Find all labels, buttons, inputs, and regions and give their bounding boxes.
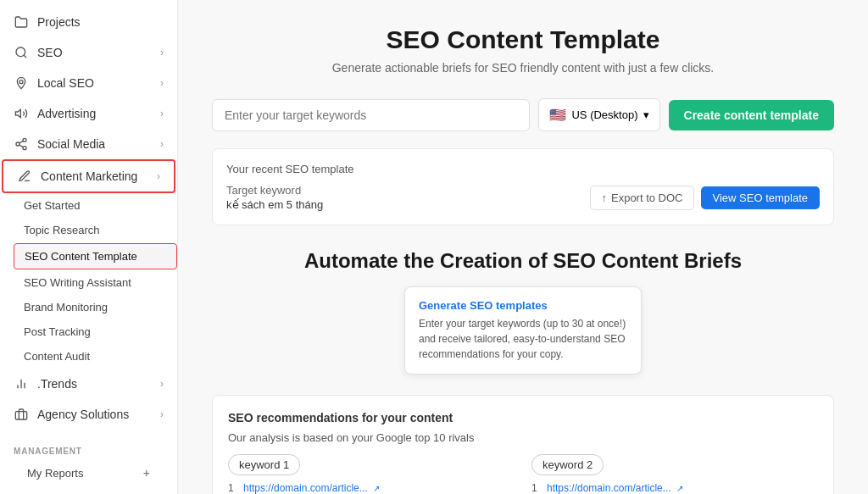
svg-point-0 bbox=[16, 47, 25, 57]
target-keyword-value: kế sách em 5 tháng bbox=[226, 198, 323, 211]
submenu-item-seo-content-template[interactable]: SEO Content Template bbox=[14, 243, 177, 269]
sidebar: Projects SEO › Local SEO › Advertising › bbox=[0, 0, 178, 494]
external-link-icon-3: ↗ bbox=[676, 484, 683, 493]
chevron-icon: › bbox=[160, 108, 164, 119]
chevron-icon: › bbox=[160, 408, 164, 420]
sidebar-item-label: .Trends bbox=[37, 377, 152, 391]
country-label: US (Desktop) bbox=[571, 108, 637, 121]
content-marketing-submenu: Get Started Topic Research SEO Content T… bbox=[0, 193, 177, 369]
sidebar-item-content-marketing[interactable]: Content Marketing › bbox=[2, 159, 175, 193]
keyword-tag-1: keyword 1 bbox=[228, 454, 300, 475]
domain-item-3: 1 https://domain.com/article... ↗ bbox=[531, 482, 818, 494]
sidebar-item-label: Content Marketing bbox=[41, 169, 148, 183]
keyword-tag-2: keyword 2 bbox=[531, 454, 604, 475]
social-icon bbox=[14, 136, 29, 152]
briefcase-icon bbox=[14, 407, 29, 422]
submenu-item-topic-research[interactable]: Topic Research bbox=[14, 218, 177, 242]
recent-label: Your recent SEO template bbox=[226, 163, 820, 175]
domain-link-1[interactable]: https://domain.com/article... bbox=[243, 482, 368, 494]
svg-rect-12 bbox=[15, 412, 26, 419]
submenu-item-seo-writing-assistant[interactable]: SEO Writing Assistant bbox=[14, 270, 177, 295]
svg-marker-3 bbox=[15, 109, 20, 117]
chevron-icon: › bbox=[160, 138, 164, 150]
sidebar-item-label: SEO bbox=[37, 46, 152, 59]
sidebar-item-label: Projects bbox=[37, 15, 164, 29]
trends-icon bbox=[14, 376, 29, 391]
recent-actions: ↑ Export to DOC View SEO template bbox=[590, 186, 820, 210]
chevron-icon: › bbox=[160, 47, 164, 58]
target-keyword-info: Target keyword kế sách em 5 tháng bbox=[226, 184, 323, 211]
domain-item: 1 https://domain.com/article... ↗ bbox=[228, 482, 515, 494]
page-subtitle: Generate actionable briefs for SEO frien… bbox=[212, 61, 834, 75]
chevron-down-icon: ▾ bbox=[643, 108, 649, 121]
sidebar-item-social-media[interactable]: Social Media › bbox=[0, 129, 177, 159]
svg-point-2 bbox=[19, 80, 23, 84]
chevron-icon: › bbox=[157, 170, 160, 182]
main-content: SEO Content Template Generate actionable… bbox=[178, 0, 868, 494]
chevron-icon: › bbox=[160, 378, 164, 390]
page-title: SEO Content Template bbox=[212, 25, 834, 54]
sidebar-item-advertising[interactable]: Advertising › bbox=[0, 98, 177, 129]
submenu-item-content-audit[interactable]: Content Audit bbox=[14, 344, 177, 369]
flag-icon: 🇺🇸 bbox=[549, 107, 566, 123]
recommendations-card: SEO recommendations for your content Our… bbox=[212, 395, 834, 494]
sidebar-item-trends[interactable]: .Trends › bbox=[0, 369, 177, 399]
tooltip-box: Generate SEO templates Enter your target… bbox=[404, 286, 642, 375]
recommendations-title: SEO recommendations for your content bbox=[228, 411, 818, 425]
tooltip-text: Enter your target keywords (up to 30 at … bbox=[419, 316, 627, 362]
sidebar-item-label: Advertising bbox=[37, 107, 152, 120]
keywords-row: keyword 1 1 https://domain.com/article..… bbox=[228, 454, 818, 494]
svg-line-1 bbox=[24, 55, 26, 58]
automate-section: Automate the Creation of SEO Content Bri… bbox=[212, 249, 834, 375]
submenu-item-post-tracking[interactable]: Post Tracking bbox=[14, 319, 177, 344]
svg-line-8 bbox=[19, 141, 24, 143]
sidebar-item-lead-generation[interactable]: Lead Generation Tool bbox=[14, 486, 164, 494]
sidebar-item-label: Agency Solutions bbox=[37, 408, 152, 421]
sidebar-item-label: Social Media bbox=[37, 137, 152, 151]
country-select[interactable]: 🇺🇸 US (Desktop) ▾ bbox=[538, 98, 659, 131]
sidebar-item-agency-solutions[interactable]: Agency Solutions › bbox=[0, 399, 177, 430]
folder-icon bbox=[14, 14, 29, 30]
tooltip-title: Generate SEO templates bbox=[419, 299, 627, 312]
export-doc-button[interactable]: ↑ Export to DOC bbox=[590, 186, 693, 210]
sidebar-item-local-seo[interactable]: Local SEO › bbox=[0, 68, 177, 98]
create-template-button[interactable]: Create content template bbox=[669, 100, 834, 130]
management-label: MANAGEMENT bbox=[14, 447, 164, 456]
target-keyword-label: Target keyword bbox=[226, 184, 323, 197]
submenu-item-get-started[interactable]: Get Started bbox=[14, 193, 177, 218]
svg-point-5 bbox=[16, 142, 19, 146]
management-section: MANAGEMENT My Reports + Lead Generation … bbox=[0, 436, 177, 494]
external-link-icon: ↗ bbox=[373, 484, 380, 493]
sidebar-item-projects[interactable]: Projects bbox=[0, 7, 177, 37]
plus-icon: + bbox=[143, 466, 150, 480]
search-icon bbox=[14, 45, 29, 60]
keyword-col-2: keyword 2 1 https://domain.com/article..… bbox=[531, 454, 818, 494]
rivals-label: Our analysis is based on your Google top… bbox=[228, 431, 818, 444]
content-marketing-icon bbox=[17, 169, 32, 184]
advertising-icon bbox=[14, 106, 29, 121]
page-header: SEO Content Template Generate actionable… bbox=[212, 25, 834, 75]
keyword-col-1: keyword 1 1 https://domain.com/article..… bbox=[228, 454, 515, 494]
sidebar-item-seo[interactable]: SEO › bbox=[0, 37, 177, 68]
keyword-input[interactable] bbox=[212, 99, 530, 131]
svg-line-7 bbox=[19, 145, 24, 147]
export-icon: ↑ bbox=[601, 191, 607, 204]
svg-point-4 bbox=[23, 138, 26, 142]
location-icon bbox=[14, 75, 29, 91]
chevron-icon: › bbox=[160, 77, 164, 89]
svg-point-6 bbox=[23, 147, 26, 150]
recent-section: Your recent SEO template Target keyword … bbox=[212, 148, 834, 225]
sidebar-item-my-reports[interactable]: My Reports + bbox=[14, 459, 164, 486]
sidebar-item-label: Local SEO bbox=[37, 76, 152, 90]
view-seo-template-button[interactable]: View SEO template bbox=[701, 186, 820, 209]
domain-link-3[interactable]: https://domain.com/article... bbox=[547, 482, 671, 494]
submenu-item-brand-monitoring[interactable]: Brand Monitoring bbox=[14, 295, 177, 319]
search-row: 🇺🇸 US (Desktop) ▾ Create content templat… bbox=[212, 98, 834, 131]
automate-title: Automate the Creation of SEO Content Bri… bbox=[212, 249, 834, 273]
